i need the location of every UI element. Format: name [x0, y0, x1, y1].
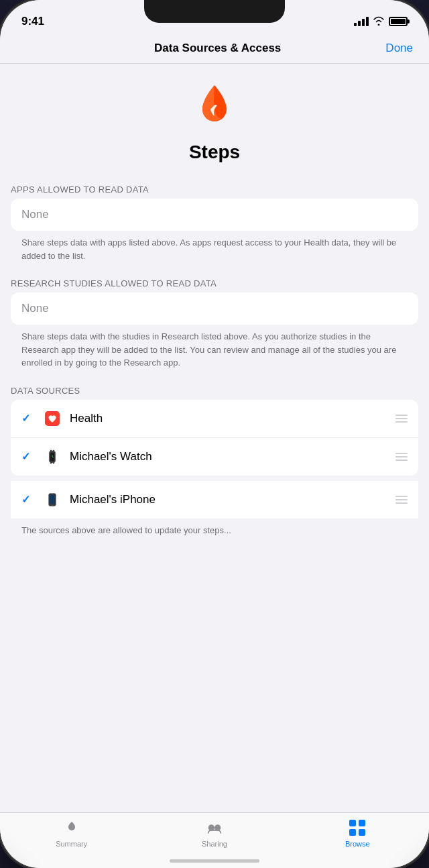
watch-source-name: Michael's Watch [70, 450, 387, 464]
iphone-source-row[interactable]: ✓ Michael's iPhone [11, 481, 418, 519]
status-time: 9:41 [21, 15, 44, 28]
svg-rect-17 [359, 820, 365, 826]
scroll-content[interactable]: Steps APPS ALLOWED TO READ DATA None Sha… [0, 64, 429, 808]
research-desc: Share steps data with the studies in Res… [0, 325, 429, 380]
research-studies-section: RESEARCH STUDIES ALLOWED TO READ DATA No… [0, 273, 429, 380]
watch-source-row[interactable]: ✓ [11, 438, 418, 476]
svg-rect-11 [50, 494, 55, 504]
apps-allowed-desc: Share steps data with apps listed above.… [0, 231, 429, 273]
health-source-row[interactable]: ✓ Health [11, 400, 418, 438]
health-drag-handle[interactable] [395, 415, 408, 423]
summary-tab-label: Summary [56, 840, 87, 848]
apps-allowed-none: None [11, 199, 418, 231]
data-sources-card: ✓ Health ✓ [11, 400, 418, 476]
svg-rect-6 [53, 449, 54, 451]
svg-rect-19 [359, 829, 365, 836]
done-button[interactable]: Done [385, 42, 413, 55]
iphone-drag-handle[interactable] [395, 496, 408, 504]
sources-cutoff-text: The sources above are allowed to update … [0, 519, 429, 540]
battery-icon [389, 17, 408, 26]
svg-rect-8 [53, 462, 54, 463]
status-icons [354, 16, 408, 28]
tab-sharing[interactable]: Sharing [143, 818, 286, 848]
home-indicator [170, 859, 259, 863]
apps-allowed-card: None [11, 199, 418, 231]
apps-allowed-section: APPS ALLOWED TO READ DATA None Share ste… [0, 179, 429, 273]
app-icon-section: Steps [0, 64, 429, 179]
svg-point-12 [52, 504, 53, 506]
app-title: Steps [189, 142, 240, 163]
signal-bar-4 [366, 17, 369, 26]
svg-rect-16 [349, 820, 356, 826]
nav-bar: Data Sources & Access Done [0, 34, 429, 64]
iphone-checkmark: ✓ [21, 493, 35, 506]
iphone-source-name: Michael's iPhone [70, 493, 387, 506]
data-sources-header: DATA SOURCES [0, 380, 429, 400]
browse-tab-icon [348, 818, 367, 837]
watch-checkmark: ✓ [21, 450, 35, 463]
tab-browse[interactable]: Browse [286, 818, 429, 848]
nav-title: Data Sources & Access [50, 42, 385, 55]
apps-allowed-header: APPS ALLOWED TO READ DATA [0, 179, 429, 199]
app-icon [188, 80, 241, 133]
health-source-icon [43, 409, 62, 428]
signal-bar-2 [358, 21, 361, 26]
research-none: None [11, 292, 418, 325]
signal-bars-icon [354, 17, 369, 26]
research-header: RESEARCH STUDIES ALLOWED TO READ DATA [0, 273, 429, 292]
svg-rect-13 [51, 493, 53, 494]
iphone-source-icon [43, 490, 62, 509]
phone-frame: 9:41 [0, 0, 429, 868]
battery-fill [391, 19, 406, 24]
watch-source-icon [43, 447, 62, 466]
health-checkmark: ✓ [21, 412, 35, 425]
signal-bar-3 [362, 19, 365, 26]
sharing-tab-icon [205, 818, 224, 837]
data-sources-section: DATA SOURCES ✓ Health [0, 380, 429, 540]
watch-drag-handle[interactable] [395, 453, 408, 461]
tab-summary[interactable]: Summary [0, 818, 143, 848]
browse-tab-label: Browse [345, 840, 370, 848]
summary-tab-icon [62, 818, 81, 837]
health-source-name: Health [70, 412, 387, 425]
svg-rect-5 [50, 449, 52, 451]
phone-screen: 9:41 [0, 0, 429, 868]
svg-rect-7 [50, 462, 52, 463]
notch [144, 0, 285, 23]
svg-rect-18 [349, 829, 356, 836]
iphone-card: ✓ Michael's iPhone [11, 481, 418, 519]
wifi-icon [373, 16, 385, 28]
research-card: None [11, 292, 418, 325]
sharing-tab-label: Sharing [202, 840, 227, 848]
signal-bar-1 [354, 23, 357, 26]
